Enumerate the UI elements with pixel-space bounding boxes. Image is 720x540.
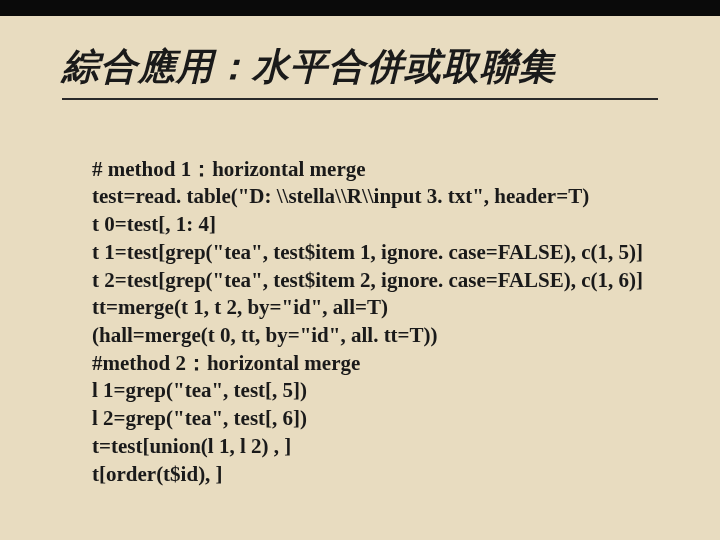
- code-line: t 1=test[grep("tea", test$item 1, ignore…: [92, 240, 643, 264]
- title-underline: [62, 98, 658, 100]
- code-line: t=test[union(l 1, l 2) , ]: [92, 434, 291, 458]
- code-line: t[order(t$id), ]: [92, 462, 223, 486]
- slide-title: 綜合應用：水平合併或取聯集: [62, 42, 556, 92]
- top-black-strip: [0, 0, 720, 16]
- code-line: l 2=grep("tea", test[, 6]): [92, 406, 307, 430]
- code-block: # method 1：horizontal merge test=read. t…: [92, 128, 643, 488]
- code-line: l 1=grep("tea", test[, 5]): [92, 378, 307, 402]
- code-line: (hall=merge(t 0, tt, by="id", all. tt=T)…: [92, 323, 438, 347]
- code-line: #method 2：horizontal merge: [92, 351, 360, 375]
- code-line: test=read. table("D: \\stella\\R\\input …: [92, 184, 589, 208]
- code-line: # method 1：horizontal merge: [92, 157, 366, 181]
- code-line: tt=merge(t 1, t 2, by="id", all=T): [92, 295, 388, 319]
- code-line: t 0=test[, 1: 4]: [92, 212, 216, 236]
- code-line: t 2=test[grep("tea", test$item 2, ignore…: [92, 268, 643, 292]
